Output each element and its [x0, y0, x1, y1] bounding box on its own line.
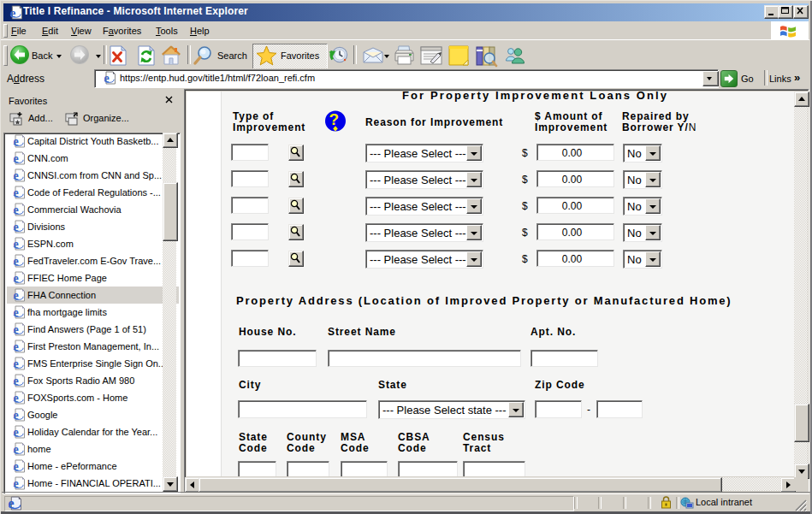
svg-text:?: ? — [329, 110, 340, 128]
